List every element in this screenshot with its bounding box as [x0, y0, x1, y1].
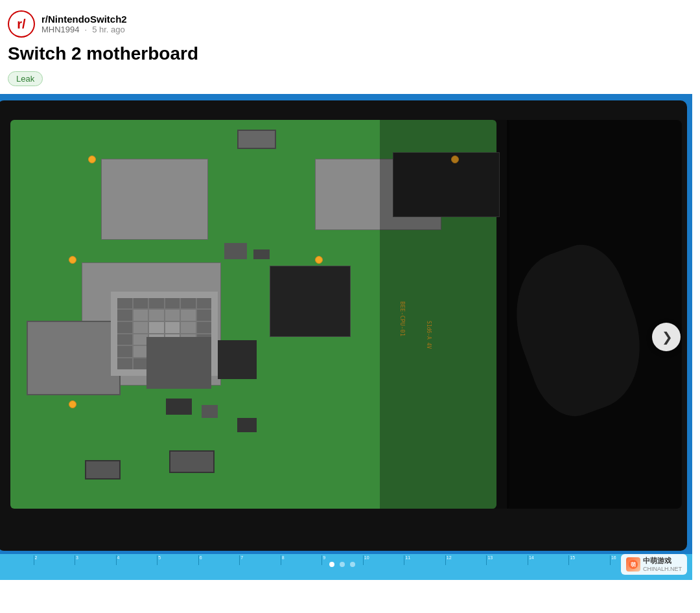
tick-3: 3 [75, 555, 116, 565]
glare [496, 234, 661, 426]
watermark: 萌 中萌游戏 CHINALH.NET [621, 554, 687, 574]
watermark-logo-icon: 萌 [626, 557, 640, 572]
dot-3[interactable] [350, 562, 355, 567]
post-username[interactable]: MHN1994 [41, 25, 80, 34]
main-chip [270, 266, 351, 337]
device-frame: BEE-CPU-01 S1d6-A 4V [0, 100, 687, 551]
post-header: r/ r/NintendoSwitch2 MHN1994 · 5 hr. ago [8, 10, 692, 38]
heat-shield-1 [101, 159, 208, 240]
ruler: 1 2 3 4 5 6 7 8 9 10 11 12 13 14 15 16 1… [0, 554, 692, 580]
watermark-site-name: 中萌游戏 [643, 557, 682, 565]
flex-cable-area [380, 120, 509, 509]
tick-1: 1 [0, 555, 34, 565]
avatar[interactable]: r/ [8, 10, 35, 38]
tick-15: 15 [568, 555, 610, 565]
tick-4: 4 [116, 555, 158, 565]
tick-5: 5 [157, 555, 198, 565]
tick-12: 12 [445, 555, 487, 565]
next-image-button[interactable]: ❯ [652, 323, 681, 351]
screw-hole-3 [315, 256, 323, 264]
svg-text:萌: 萌 [631, 562, 636, 568]
tick-2: 2 [34, 555, 75, 565]
tick-14: 14 [528, 555, 569, 565]
hdmi-port [169, 450, 215, 473]
pcb-board: BEE-CPU-01 S1d6-A 4V [10, 120, 496, 509]
tick-10: 10 [363, 555, 404, 565]
post-container: r/ r/NintendoSwitch2 MHN1994 · 5 hr. ago… [0, 0, 700, 94]
image-scene: BEE-CPU-01 S1d6-A 4V [0, 94, 692, 580]
screw-hole-4 [69, 400, 76, 408]
small-chip-4 [202, 405, 218, 418]
post-image-container: BEE-CPU-01 S1d6-A 4V [0, 94, 692, 580]
tick-11: 11 [404, 555, 445, 565]
avatar-logo: r/ [17, 17, 25, 32]
screw-hole-5 [69, 256, 76, 264]
watermark-text-block: 中萌游戏 CHINALH.NET [643, 557, 682, 572]
small-chip-3 [166, 399, 192, 415]
tick-6: 6 [198, 555, 240, 565]
chevron-right-icon: ❯ [662, 329, 673, 345]
post-time-ago: 5 hr. ago [92, 25, 125, 34]
tick-13: 13 [486, 555, 528, 565]
post-time: · [85, 25, 88, 34]
dot-1[interactable] [329, 562, 334, 567]
dot-2[interactable] [340, 562, 345, 567]
sd-card-slot [27, 321, 121, 395]
tick-8: 8 [281, 555, 322, 565]
subreddit-name[interactable]: r/NintendoSwitch2 [41, 14, 127, 25]
watermark-url: CHINALH.NET [643, 566, 682, 572]
post-title: Switch 2 motherboard [8, 43, 692, 65]
screw-hole-1 [88, 156, 96, 163]
small-chip-5 [237, 418, 257, 432]
usb-port [237, 130, 276, 149]
bottom-chip [146, 337, 211, 389]
right-shadow [507, 120, 682, 509]
small-chip-2 [253, 249, 270, 259]
flair-tag[interactable]: Leak [8, 71, 43, 86]
small-chip-1 [224, 243, 247, 259]
tick-7: 7 [239, 555, 281, 565]
post-meta: r/NintendoSwitch2 MHN1994 · 5 hr. ago [41, 14, 127, 34]
image-dots [329, 562, 355, 567]
aux-port [85, 460, 121, 480]
bottom-chip-2 [218, 340, 257, 379]
